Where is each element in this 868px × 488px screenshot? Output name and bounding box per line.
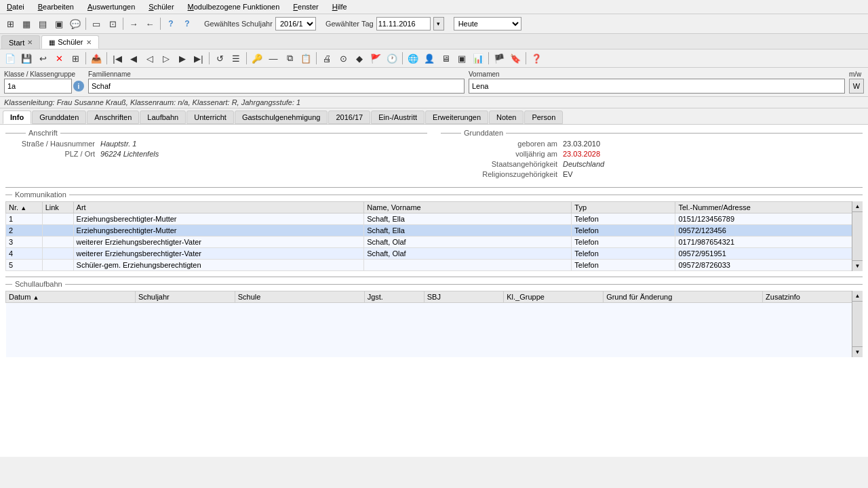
col-art[interactable]: Art: [73, 202, 364, 214]
menu-schueler[interactable]: Schüler: [144, 1, 178, 12]
col-grund[interactable]: Grund für Änderung: [604, 291, 763, 303]
globe-btn[interactable]: 🌐: [406, 51, 420, 66]
col-datum[interactable]: Datum ▲: [6, 291, 136, 303]
prev-btn[interactable]: ◀: [126, 51, 141, 66]
tab-noten[interactable]: Noten: [489, 110, 524, 124]
col-tel[interactable]: Tel.-Nummer/Adresse: [675, 202, 863, 214]
col-zusatz[interactable]: Zusatzinfo: [763, 291, 863, 303]
bookmark-btn[interactable]: 🔖: [508, 51, 523, 66]
tab-unterricht[interactable]: Unterricht: [186, 110, 234, 124]
tab-anschriften[interactable]: Anschriften: [87, 110, 139, 124]
save-btn[interactable]: 💾: [19, 51, 34, 66]
undo-btn[interactable]: ↩: [35, 51, 50, 66]
next-btn[interactable]: ▷: [159, 51, 174, 66]
schullaufbahn-scroll-up[interactable]: ▲: [852, 291, 863, 302]
klasse-input[interactable]: [4, 79, 72, 94]
scroll-up-btn[interactable]: ▲: [852, 201, 863, 212]
tab-person[interactable]: Person: [524, 110, 563, 124]
menu-fenster[interactable]: Fenster: [289, 1, 322, 12]
grid-icon-3[interactable]: ▤: [35, 16, 50, 31]
kommunikation-row-2[interactable]: 2Erziehungsberechtigter-MutterSchaft, El…: [6, 225, 863, 237]
first-btn[interactable]: |◀: [110, 51, 125, 66]
key-btn[interactable]: 🔑: [250, 51, 264, 66]
tab-einaustritt[interactable]: Ein-/Austritt: [371, 110, 425, 124]
col-link[interactable]: Link: [42, 202, 73, 214]
kommunikation-row-4[interactable]: 4weiterer Erziehungsberechtigter-VaterSc…: [6, 248, 863, 260]
tab-start[interactable]: Start ✕: [1, 35, 40, 49]
tab-grunddaten[interactable]: Grunddaten: [32, 110, 86, 124]
refresh-btn[interactable]: ↺: [212, 51, 227, 66]
col-nr[interactable]: Nr. ▲: [6, 202, 43, 214]
screen-btn[interactable]: 🖥: [438, 51, 453, 66]
col-typ[interactable]: Typ: [572, 202, 675, 214]
schullaufbahn-scroll-down[interactable]: ▼: [852, 346, 863, 357]
staatsangehoerigkeit-row: Staatsangehörigkeit Deutschland: [441, 160, 863, 168]
tab-gastschul[interactable]: Gastschulgenehmigung: [235, 110, 328, 124]
tab-info[interactable]: Info: [3, 110, 31, 124]
tab-schueler-close[interactable]: ✕: [86, 39, 92, 46]
anschrift-title: Anschrift: [5, 129, 427, 137]
kommunikation-row-3[interactable]: 3weiterer Erziehungsberechtigter-VaterSc…: [6, 237, 863, 248]
tag-input[interactable]: [376, 17, 431, 30]
kommunikation-row-5[interactable]: 5Schüler-gem. ErziehungsberechtigtenTele…: [6, 260, 863, 271]
box2-btn[interactable]: ▣: [454, 51, 469, 66]
tab-start-close[interactable]: ✕: [27, 39, 33, 46]
copy-btn[interactable]: ⧉: [282, 51, 297, 66]
heute-select[interactable]: Heute: [454, 17, 521, 30]
dash-btn[interactable]: —: [266, 51, 281, 66]
last-btn[interactable]: ▶|: [191, 51, 206, 66]
new-btn[interactable]: 📄: [3, 51, 18, 66]
kommunikation-cell-5-4: Telefon: [572, 260, 675, 271]
tag-dropdown[interactable]: ▾: [433, 17, 444, 30]
menu-auswertungen[interactable]: Auswertungen: [83, 1, 139, 12]
icon-arrow-left[interactable]: ←: [142, 16, 157, 31]
col-schuljahr[interactable]: Schuljahr: [135, 291, 235, 303]
next2-btn[interactable]: ▶: [175, 51, 190, 66]
menu-hilfe[interactable]: Hilfe: [328, 1, 351, 12]
familienname-input[interactable]: [88, 79, 465, 94]
tab-laufbahn[interactable]: Laufbahn: [140, 110, 186, 124]
prev2-btn[interactable]: ◁: [142, 51, 157, 66]
kommunikation-row-1[interactable]: 1Erziehungsberechtigter-MutterSchaft, El…: [6, 214, 863, 225]
tab-schueler[interactable]: ▦ Schüler ✕: [41, 35, 98, 49]
stats-btn[interactable]: 📊: [471, 51, 486, 66]
icon-7[interactable]: ⊡: [105, 16, 120, 31]
circle-btn[interactable]: ⊙: [336, 51, 351, 66]
grid-icon-4[interactable]: ▣: [52, 16, 66, 31]
action-btn[interactable]: ⊞: [68, 51, 83, 66]
col-sbj[interactable]: SBJ: [424, 291, 503, 303]
paste-btn[interactable]: 📋: [298, 51, 313, 66]
clock-btn[interactable]: 🕐: [384, 51, 399, 66]
scroll-down-btn[interactable]: ▼: [852, 260, 863, 271]
export-btn[interactable]: 📤: [89, 51, 104, 66]
grid-icon-1[interactable]: ⊞: [3, 16, 18, 31]
print-btn[interactable]: 🖨: [319, 51, 334, 66]
grid-icon-2[interactable]: ▦: [19, 16, 34, 31]
help-icon-blue[interactable]: ?: [163, 16, 178, 31]
help-icon-blue2[interactable]: ?: [180, 16, 195, 31]
helpq-btn[interactable]: ❓: [529, 51, 544, 66]
flag-btn[interactable]: 🚩: [368, 51, 383, 66]
col-jgst[interactable]: Jgst.: [364, 291, 424, 303]
person-btn[interactable]: 👤: [422, 51, 437, 66]
list-btn[interactable]: ☰: [229, 51, 243, 66]
icon-6[interactable]: ▭: [89, 16, 104, 31]
schuljahr-select[interactable]: 2016/17: [275, 17, 316, 30]
mw-btn[interactable]: W: [849, 79, 864, 94]
grid-icon-5[interactable]: 💬: [68, 16, 83, 31]
icon-arrow-right[interactable]: →: [126, 16, 141, 31]
col-name[interactable]: Name, Vorname: [364, 202, 572, 214]
menu-bearbeiten[interactable]: Bearbeiten: [34, 1, 78, 12]
menu-datei[interactable]: Datei: [3, 1, 28, 12]
tab-erweiterungen[interactable]: Erweiterungen: [425, 110, 488, 124]
vorname-input[interactable]: [469, 79, 845, 94]
flag2-btn[interactable]: 🏴: [492, 51, 507, 66]
menu-modul[interactable]: Modulbezogene Funktionen: [184, 1, 284, 12]
delete-btn[interactable]: ✕: [52, 51, 66, 66]
col-schule[interactable]: Schule: [235, 291, 364, 303]
diamond-btn[interactable]: ◆: [352, 51, 367, 66]
klasse-info-btn[interactable]: i: [73, 81, 84, 92]
vorname-group: Vornamen: [469, 70, 845, 94]
col-klgruppe[interactable]: Kl._Gruppe: [504, 291, 604, 303]
tab-schuljahr[interactable]: 2016/17: [328, 110, 370, 124]
